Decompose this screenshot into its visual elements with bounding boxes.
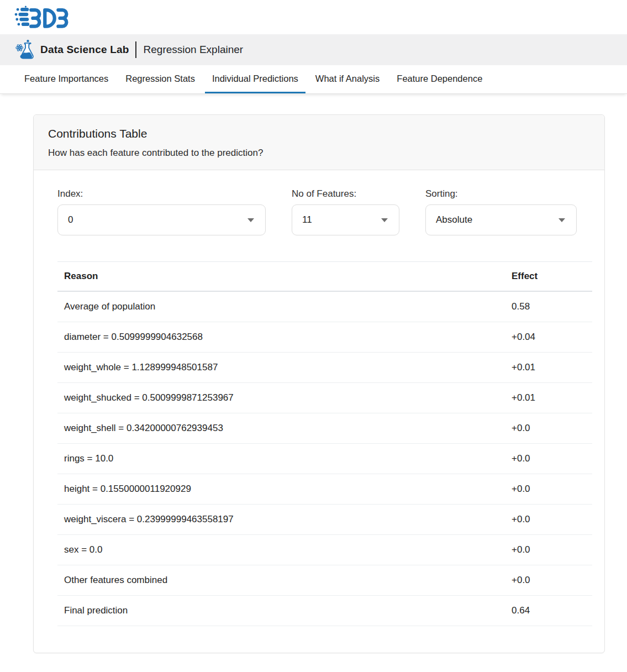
index-dropdown[interactable]: 0: [57, 204, 266, 235]
reason-cell: Other features combined: [57, 565, 512, 596]
effect-cell: +0.0: [512, 565, 592, 596]
column-header-reason: Reason: [57, 262, 512, 292]
effect-cell: +0.0: [512, 444, 592, 474]
table-row: weight_shell = 0.34200000762939453+0.0: [57, 413, 592, 444]
contributions-card: Contributions Table How has each feature…: [33, 114, 605, 653]
main-content: Contributions Table How has each feature…: [0, 94, 627, 672]
control-features: No of Features:11: [292, 188, 399, 235]
reason-cell: Average of population: [57, 291, 512, 322]
tab-feature-dependence[interactable]: Feature Dependence: [389, 65, 489, 93]
effect-cell: +0.04: [512, 322, 592, 353]
features-selected-value: 11: [302, 214, 312, 225]
data-science-lab-flask-icon: [15, 39, 35, 61]
table-row: weight_whole = 1.128999948501587+0.01: [57, 353, 592, 383]
table-row: weight_shucked = 0.5009999871253967+0.01: [57, 383, 592, 413]
table-row: Final prediction0.64: [57, 596, 592, 626]
table-header-row: ReasonEffect: [57, 262, 592, 292]
effect-cell: 0.58: [512, 291, 592, 322]
table-row: diameter = 0.5099999904632568+0.04: [57, 322, 592, 353]
controls-row: Index:0No of Features:11Sorting:Absolute: [57, 188, 591, 235]
table-row: height = 0.1550000011920929+0.0: [57, 474, 592, 505]
card-header: Contributions Table How has each feature…: [34, 115, 604, 170]
chevron-down-icon: [381, 218, 388, 222]
index-selected-value: 0: [68, 214, 73, 225]
table-body: Average of population0.58diameter = 0.50…: [57, 291, 592, 626]
reason-cell: rings = 10.0: [57, 444, 512, 474]
tab-feature-importances[interactable]: Feature Importances: [17, 65, 115, 93]
chevron-down-icon: [558, 218, 565, 222]
reason-cell: sex = 0.0: [57, 535, 512, 565]
app-title: Data Science Lab: [40, 44, 129, 56]
reason-cell: Final prediction: [57, 596, 512, 626]
control-index: Index:0: [57, 188, 266, 235]
reason-cell: weight_shell = 0.34200000762939453: [57, 413, 512, 444]
card-subtitle: How has each feature contributed to the …: [48, 148, 590, 159]
table-row: Average of population0.58: [57, 291, 592, 322]
reason-cell: height = 0.1550000011920929: [57, 474, 512, 505]
tab-individual-predictions[interactable]: Individual Predictions: [205, 65, 305, 93]
index-label: Index:: [57, 188, 266, 200]
table-row: Other features combined+0.0: [57, 565, 592, 596]
features-label: No of Features:: [292, 188, 399, 200]
tab-bar: Feature ImportancesRegression StatsIndiv…: [0, 65, 627, 94]
column-header-effect: Effect: [512, 262, 592, 292]
card-body: Index:0No of Features:11Sorting:Absolute…: [34, 170, 604, 653]
card-title: Contributions Table: [48, 127, 590, 140]
reason-cell: weight_viscera = 0.23999999463558197: [57, 505, 512, 535]
tab-regression-stats[interactable]: Regression Stats: [118, 65, 202, 93]
contributions-table: ReasonEffect Average of population0.58di…: [57, 261, 592, 626]
table-row: sex = 0.0+0.0: [57, 535, 592, 565]
effect-cell: +0.01: [512, 353, 592, 383]
reason-cell: weight_shucked = 0.5009999871253967: [57, 383, 512, 413]
tab-what-if-analysis[interactable]: What if Analysis: [308, 65, 387, 93]
reason-cell: weight_whole = 1.128999948501587: [57, 353, 512, 383]
effect-cell: +0.0: [512, 505, 592, 535]
effect-cell: +0.01: [512, 383, 592, 413]
bdb-logo-icon[interactable]: [14, 6, 69, 29]
page-title: Regression Explainer: [144, 44, 244, 56]
effect-cell: +0.0: [512, 474, 592, 505]
sorting-dropdown[interactable]: Absolute: [425, 204, 577, 235]
effect-cell: +0.0: [512, 535, 592, 565]
sorting-label: Sorting:: [425, 188, 577, 200]
table-row: weight_viscera = 0.23999999463558197+0.0: [57, 505, 592, 535]
reason-cell: diameter = 0.5099999904632568: [57, 322, 512, 353]
table-row: rings = 10.0+0.0: [57, 444, 592, 474]
logo-strip: [0, 0, 627, 34]
control-sorting: Sorting:Absolute: [425, 188, 577, 235]
sorting-selected-value: Absolute: [436, 214, 472, 225]
effect-cell: 0.64: [512, 596, 592, 626]
chevron-down-icon: [247, 218, 254, 222]
app-header: Data Science Lab Regression Explainer: [0, 34, 627, 65]
header-divider: [135, 41, 136, 58]
effect-cell: +0.0: [512, 413, 592, 444]
features-dropdown[interactable]: 11: [292, 204, 399, 235]
